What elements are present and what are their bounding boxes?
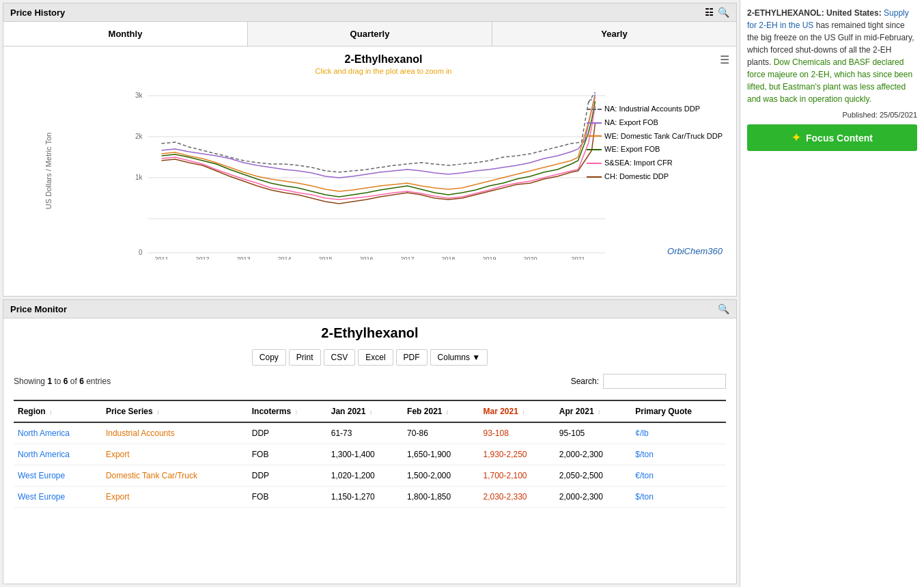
svg-text:2017: 2017 bbox=[400, 256, 414, 260]
price-history-title: Price History bbox=[10, 8, 65, 18]
series-link-2[interactable]: Domestic Tank Car/Truck bbox=[106, 471, 197, 480]
table-row: North America Export FOB 1,300-1,400 1,6… bbox=[14, 444, 726, 465]
svg-text:0: 0 bbox=[139, 249, 143, 256]
svg-text:2020: 2020 bbox=[523, 256, 537, 260]
chart-legend: NA: Industrial Accounts DDP NA: Export F… bbox=[587, 103, 723, 184]
legend-item-ch: CH: Domestic DDP bbox=[587, 170, 723, 184]
col-primary-quote[interactable]: Primary Quote bbox=[631, 400, 726, 422]
region-link-3[interactable]: West Europe bbox=[18, 492, 65, 502]
col-mar[interactable]: Mar 2021 ↕ bbox=[479, 400, 555, 422]
tab-quarterly[interactable]: Quarterly bbox=[248, 22, 492, 46]
svg-text:2011: 2011 bbox=[154, 256, 168, 260]
excel-button[interactable]: Excel bbox=[358, 349, 393, 366]
col-price-series[interactable]: Price Series ↕ bbox=[102, 400, 248, 422]
svg-text:2016: 2016 bbox=[359, 256, 373, 260]
series-link-1[interactable]: Export bbox=[106, 450, 130, 459]
csv-button[interactable]: CSV bbox=[324, 349, 356, 366]
col-apr[interactable]: Apr 2021 ↕ bbox=[555, 400, 631, 422]
legend-item-we-export: WE: Export FOB bbox=[587, 143, 723, 156]
svg-text:2014: 2014 bbox=[277, 256, 291, 260]
print-button[interactable]: Print bbox=[289, 349, 321, 366]
price-table: Region ↕ Price Series ↕ Incoterms ↕ Jan … bbox=[14, 400, 726, 508]
unit-1[interactable]: $/ton bbox=[635, 450, 654, 459]
table-row: West Europe Domestic Tank Car/Truck DDP … bbox=[14, 465, 726, 487]
search-label: Search: bbox=[571, 377, 599, 386]
svg-text:2018: 2018 bbox=[441, 256, 455, 260]
tab-monthly[interactable]: Monthly bbox=[3, 22, 248, 46]
svg-text:2015: 2015 bbox=[318, 256, 332, 260]
columns-button[interactable]: Columns ▼ bbox=[430, 349, 488, 366]
series-link-0[interactable]: Industrial Accounts bbox=[106, 428, 175, 438]
legend-item-na-industrial: NA: Industrial Accounts DDP bbox=[587, 103, 723, 116]
chart-menu-icon[interactable]: ☰ bbox=[720, 53, 729, 66]
copy-button[interactable]: Copy bbox=[252, 349, 286, 366]
tab-yearly[interactable]: Yearly bbox=[492, 22, 736, 46]
svg-text:2012: 2012 bbox=[195, 256, 209, 260]
svg-text:2013: 2013 bbox=[236, 256, 250, 260]
price-monitor-title: Price Monitor bbox=[10, 304, 67, 314]
orbichem-watermark: OrbiChem360 bbox=[667, 246, 723, 256]
unit-0[interactable]: ¢/lb bbox=[635, 428, 648, 438]
col-region[interactable]: Region ↕ bbox=[14, 400, 102, 422]
btn-toolbar: Copy Print CSV Excel PDF Columns ▼ bbox=[14, 349, 726, 366]
region-link-0[interactable]: North America bbox=[18, 428, 70, 438]
unit-2[interactable]: €/ton bbox=[635, 471, 654, 480]
table-row: North America Industrial Accounts DDP 61… bbox=[14, 422, 726, 444]
monitor-chart-title: 2-Ethylhexanol bbox=[14, 325, 726, 341]
header-icons: ☷ 🔍 bbox=[705, 7, 729, 18]
right-sidebar: 2-ETHYLHEXANOL: United States: Supply fo… bbox=[740, 0, 924, 587]
showing-text: Showing 1 to 6 of 6 entries bbox=[14, 377, 111, 386]
region-link-1[interactable]: North America bbox=[18, 450, 70, 459]
col-feb[interactable]: Feb 2021 ↕ bbox=[403, 400, 479, 422]
unit-3[interactable]: $/ton bbox=[635, 492, 654, 502]
search-bar: Search: bbox=[571, 374, 726, 389]
y-axis-label: US Dollars / Metric Ton bbox=[44, 133, 53, 209]
col-jan[interactable]: Jan 2021 ↕ bbox=[327, 400, 403, 422]
table-header-row: Region ↕ Price Series ↕ Incoterms ↕ Jan … bbox=[14, 400, 726, 422]
chart-subtitle: Click and drag in the plot area to zoom … bbox=[38, 67, 729, 75]
table-icon[interactable]: ☷ bbox=[705, 7, 714, 18]
legend-item-we-domestic: WE: Domestic Tank Car/Truck DDP bbox=[587, 130, 723, 144]
price-history-header: Price History ☷ 🔍 bbox=[3, 3, 736, 22]
svg-text:3k: 3k bbox=[135, 92, 143, 99]
price-monitor-panel: Price Monitor 🔍 2-Ethylhexanol Copy Prin… bbox=[3, 299, 737, 584]
sidebar-text: 2-ETHYLHEXANOL: United States: Supply fo… bbox=[747, 7, 917, 105]
svg-text:2021: 2021 bbox=[571, 256, 585, 260]
sidebar-title: 2-ETHYLHEXANOL: United States: bbox=[747, 8, 882, 18]
price-monitor-header: Price Monitor 🔍 bbox=[3, 300, 736, 318]
chart-title: 2-Ethylhexanol bbox=[38, 53, 729, 66]
price-history-panel: Price History ☷ 🔍 Monthly Quarterly Year… bbox=[3, 3, 737, 297]
legend-item-ssea: S&SEA: Import CFR bbox=[587, 156, 723, 170]
published-date: Published: 25/05/2021 bbox=[747, 111, 917, 119]
svg-text:2019: 2019 bbox=[482, 256, 496, 260]
legend-item-na-export: NA: Export FOB bbox=[587, 116, 723, 130]
star-icon: ✦ bbox=[792, 131, 800, 144]
series-link-3[interactable]: Export bbox=[106, 492, 130, 502]
search-input[interactable] bbox=[603, 374, 726, 389]
table-row: West Europe Export FOB 1,150-1,270 1,800… bbox=[14, 487, 726, 508]
col-incoterms[interactable]: Incoterms ↕ bbox=[248, 400, 327, 422]
tab-bar: Monthly Quarterly Yearly bbox=[3, 22, 736, 46]
monitor-header-icons: 🔍 bbox=[718, 303, 729, 314]
monitor-body: 2-Ethylhexanol Copy Print CSV Excel PDF … bbox=[3, 318, 736, 584]
svg-text:1k: 1k bbox=[135, 174, 143, 181]
svg-text:2k: 2k bbox=[135, 133, 143, 140]
pdf-button[interactable]: PDF bbox=[396, 349, 428, 366]
chart-container[interactable]: US Dollars / Metric Ton 3k 2k 1k 0 2011 … bbox=[38, 82, 729, 260]
region-link-2[interactable]: West Europe bbox=[18, 471, 65, 480]
focus-content-button[interactable]: ✦ Focus Content bbox=[747, 124, 917, 151]
chart-area: 2-Ethylhexanol Click and drag in the plo… bbox=[3, 46, 736, 296]
search-icon[interactable]: 🔍 bbox=[718, 7, 729, 18]
monitor-search-icon[interactable]: 🔍 bbox=[718, 303, 729, 314]
